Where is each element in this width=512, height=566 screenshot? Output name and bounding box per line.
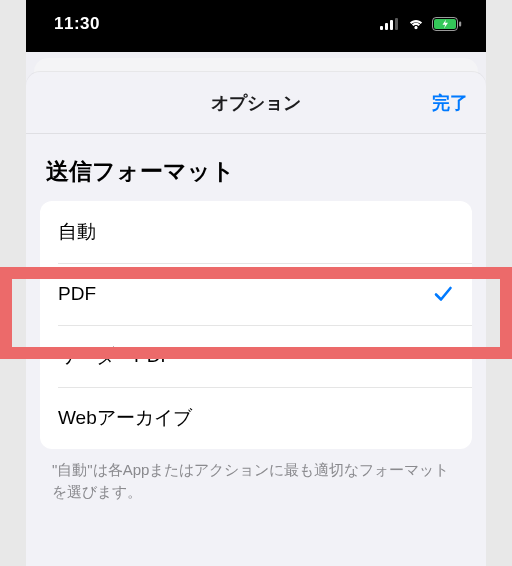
options-sheet: オプション 完了 送信フォーマット 自動 PDF [26, 72, 486, 566]
section-footer: "自動"は各Appまたはアクションに最も適切なフォーマットを選びます。 [26, 449, 486, 503]
option-label: リーダーPDF [58, 343, 454, 369]
sheet-header: オプション 完了 [26, 72, 486, 134]
svg-rect-2 [390, 20, 393, 30]
cellular-signal-icon [380, 18, 400, 30]
checkmark-icon [432, 283, 454, 305]
format-option-webarchive[interactable]: Webアーカイブ [40, 387, 472, 449]
send-format-section: 送信フォーマット 自動 PDF リーダーPDF [26, 134, 486, 503]
screenshot-frame: 11:30 [0, 0, 512, 566]
svg-rect-1 [385, 23, 388, 30]
svg-rect-6 [459, 22, 461, 27]
wifi-icon [407, 18, 425, 30]
option-label: 自動 [58, 219, 454, 245]
svg-rect-0 [380, 26, 383, 30]
battery-charging-icon [432, 17, 462, 31]
format-option-reader-pdf[interactable]: リーダーPDF [40, 325, 472, 387]
done-button[interactable]: 完了 [432, 91, 468, 115]
option-label: Webアーカイブ [58, 405, 454, 431]
status-right [380, 17, 462, 31]
status-time: 11:30 [54, 14, 100, 34]
option-label: PDF [58, 283, 432, 305]
svg-rect-3 [395, 18, 398, 30]
format-list: 自動 PDF リーダーPDF Webアーカイブ [40, 201, 472, 449]
status-bar: 11:30 [26, 0, 486, 52]
phone-screen: 11:30 [26, 0, 486, 566]
sheet-title: オプション [211, 91, 301, 115]
section-title: 送信フォーマット [26, 156, 486, 197]
format-option-pdf[interactable]: PDF [40, 263, 472, 325]
format-option-auto[interactable]: 自動 [40, 201, 472, 263]
